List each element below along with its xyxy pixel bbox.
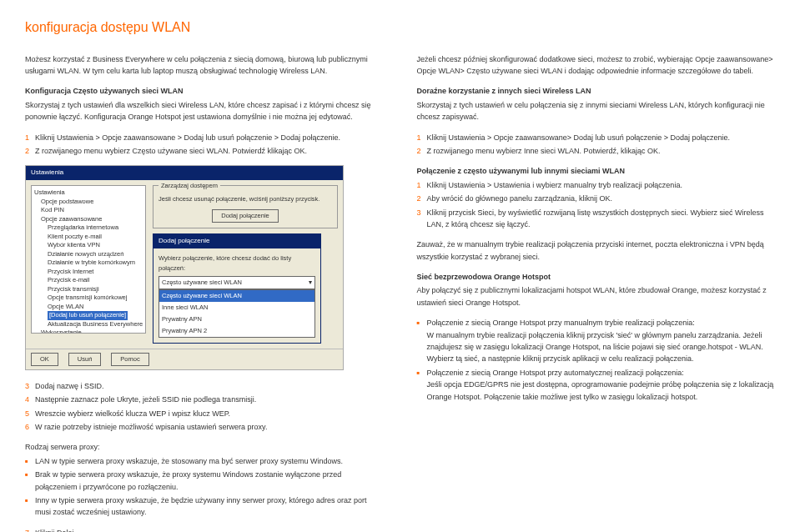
add-connection-dialog: Dodaj połączenie Wybierz połączenie, któ…	[153, 233, 321, 344]
intro-text: Możesz korzystać z Business Everywhere w…	[25, 53, 384, 78]
note-text: Zauważ, że w manualnym trybie realizacji…	[417, 238, 776, 263]
freq-body: Skorzystaj z tych ustawień dla wszelkich…	[25, 99, 384, 123]
manage-access-group: Zarządzaj dostępem Jeśli chcesz usunąć p…	[153, 185, 338, 228]
bullet: Brak w typie serwera proxy wskazuje, że …	[25, 469, 384, 493]
dialog-title: Dodaj połączenie	[153, 234, 320, 248]
step: W razie potrzeby istnieje możliwość wpis…	[35, 423, 267, 431]
steps-left-3: 7Kliknij Dalej. 8Aby wrócić do głównego …	[25, 527, 384, 532]
step: Z rozwijanego menu wybierz Często używan…	[35, 147, 307, 155]
proxy-label: Rodzaj serwera proxy:	[25, 441, 384, 453]
step: Kliknij Ustawienia > Opcje zaawansowane>…	[427, 133, 730, 142]
adhoc-body: Skorzystaj z tych ustawień w celu połącz…	[417, 99, 776, 123]
adhoc-head: Doraźne korzystanie z innych sieci Wirel…	[417, 85, 776, 97]
step: Z rozwijanego menu wybierz Inne sieci WL…	[427, 147, 661, 155]
conn-head: Połączenie z często używanymi lub innymi…	[417, 165, 776, 177]
proxy-bullets: LAN w typie serwera proxy wskazuje, że s…	[25, 455, 384, 519]
right-column: Jeżeli chcesz później skonfigurować doda…	[417, 53, 776, 532]
page-title: konfiguracja dostępu WLAN	[25, 17, 775, 38]
hotspot-body: Aby połączyć się z publicznymi lokalizac…	[417, 284, 776, 309]
step: Dodaj nazwę i SSID.	[35, 382, 104, 390]
steps-right-1: 1Kliknij Ustawienia > Opcje zaawansowane…	[417, 132, 776, 158]
freq-head: Konfiguracja Często używanych sieci WLAN	[25, 85, 384, 97]
steps-left-2: 3Dodaj nazwę i SSID. 4Następnie zaznacz …	[25, 380, 384, 434]
bullet: LAN w typie serwera proxy wskazuje, że s…	[25, 455, 384, 467]
delete-button[interactable]: Usuń	[68, 353, 102, 366]
step: Wreszcie wybierz wielkość klucza WEP i w…	[35, 409, 230, 418]
step: Kliknij Ustawienia > Ustawienia i wybier…	[427, 181, 682, 189]
group-legend: Zarządzaj dostępem	[158, 181, 220, 191]
group-text: Jeśli chcesz usunąć połączenie, wciśnij …	[158, 194, 332, 204]
window-title: Ustawienia	[26, 166, 343, 180]
help-button[interactable]: Pomoc	[111, 353, 148, 366]
connection-type-dropdown[interactable]: Często używane sieci WLAN	[158, 276, 315, 289]
left-column: Możesz korzystać z Business Everywhere w…	[25, 53, 384, 532]
settings-tree: Ustawienia Opcje podstawowe Kod PIN Opcj…	[31, 185, 146, 334]
dialog-text: Wybierz połączenie, które chcesz dodać d…	[158, 253, 315, 274]
step: Kliknij Dalej.	[35, 529, 76, 532]
steps-left-1: 1Kliknij Ustawienia > Opcje zaawansowane…	[25, 132, 384, 158]
step: Kliknij przycisk Sieci, by wyświetlić ro…	[427, 208, 764, 228]
settings-screenshot: Ustawienia Ustawienia Opcje podstawowe K…	[25, 165, 344, 370]
steps-right-2: 1Kliknij Ustawienia > Ustawienia i wybie…	[417, 179, 776, 231]
add-connection-button[interactable]: Dodaj połączenie	[212, 209, 279, 223]
hotspot-head: Sieć bezprzewodowa Orange Hotspot	[417, 271, 776, 283]
step: Aby wrócić do głównego panelu zarządzani…	[427, 194, 613, 203]
bullet: Inny w typie serwera proxy wskazuje, że …	[25, 494, 384, 519]
hotspot-bullets: Połączenie z siecią Orange Hotspot przy …	[417, 317, 776, 403]
dropdown-list[interactable]: Często używane sieci WLAN Inne sieci WLA…	[158, 289, 315, 338]
bullet: Połączenie z siecią Orange Hotspot przy …	[417, 317, 776, 365]
bullet: Połączenie z siecią Orange Hotspot przy …	[417, 367, 776, 403]
right-intro: Jeżeli chcesz później skonfigurować doda…	[417, 53, 776, 78]
step: Kliknij Ustawienia > Opcje zaawansowane …	[35, 133, 340, 142]
step: Następnie zaznacz pole Ukryte, jeżeli SS…	[35, 395, 256, 404]
ok-button[interactable]: OK	[31, 353, 58, 366]
